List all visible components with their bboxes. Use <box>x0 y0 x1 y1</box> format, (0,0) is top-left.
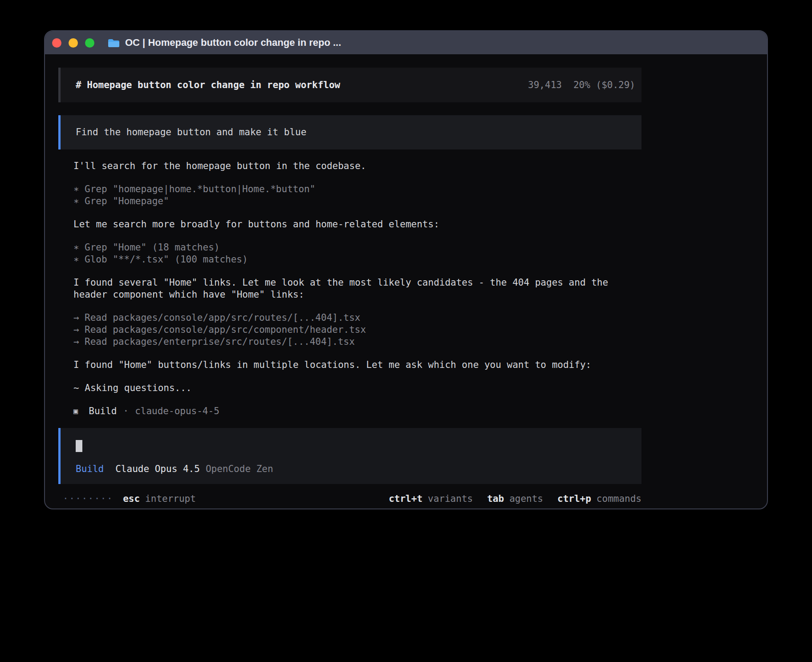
conversation-text-block: I found several "Home" links. Let me loo… <box>58 277 641 301</box>
user-message: Find the homepage button and make it blu… <box>58 115 641 149</box>
read-call-text: Read packages/enterprise/src/routes/[...… <box>85 336 355 347</box>
zoom-button[interactable] <box>85 38 94 48</box>
minimize-button[interactable] <box>69 38 78 48</box>
prompt-input[interactable]: Build Claude Opus 4.5 OpenCode Zen <box>58 428 641 484</box>
conversation-tool-block: ∗Grep "homepage|home.*button|Home.*butto… <box>58 183 641 207</box>
provider-name: OpenCode Zen <box>206 463 273 475</box>
terminal-content: # Homepage button color change in repo w… <box>58 54 641 505</box>
tool-call-line: ∗Grep "Homepage" <box>73 195 639 207</box>
conversation-status-block: ~ Asking questions... <box>58 382 641 394</box>
input-footer: Build Claude Opus 4.5 OpenCode Zen <box>76 463 635 475</box>
shortcut-ctrl-p: ctrl+pcommands <box>557 493 641 505</box>
text-cursor <box>76 440 82 452</box>
tool-prefix-icon: ∗ <box>73 183 85 195</box>
read-prefix-icon: → <box>73 324 85 336</box>
tool-call-text: Grep "homepage|home.*button|Home.*button… <box>85 184 315 194</box>
tool-call-line: ∗Glob "**/*.tsx" (100 matches) <box>73 254 639 266</box>
esc-shortcut: escinterrupt <box>123 493 196 505</box>
shortcut-ctrl-t: ctrl+tvariants <box>389 493 473 505</box>
tool-call-text: Grep "Homepage" <box>85 196 169 206</box>
session-header: # Homepage button color change in repo w… <box>58 68 641 102</box>
tool-call-text: Grep "Home" (18 matches) <box>85 242 219 253</box>
agent-icon: ▣ <box>73 405 78 417</box>
read-prefix-icon: → <box>73 312 85 324</box>
titlebar[interactable]: OC | Homepage button color change in rep… <box>45 31 767 54</box>
tool-prefix-icon: ∗ <box>73 254 85 266</box>
token-count: 39,413 <box>528 79 562 91</box>
tool-call-line: ∗Grep "Home" (18 matches) <box>73 242 639 254</box>
tool-call-line: ∗Grep "homepage|home.*button|Home.*butto… <box>73 183 639 195</box>
agent-mode-label[interactable]: Build <box>76 463 104 475</box>
agent-separator: · <box>123 405 129 417</box>
read-call-line: →Read packages/console/app/src/routes/[.… <box>73 312 639 324</box>
conversation: I'll search for the homepage button in t… <box>58 160 641 394</box>
agent-badge: ▣ Build · claude-opus-4-5 <box>58 405 641 417</box>
conversation-tool-block: ∗Grep "Home" (18 matches)∗Glob "**/*.tsx… <box>58 242 641 266</box>
read-call-text: Read packages/console/app/src/routes/[..… <box>85 312 361 323</box>
conversation-text-block: I'll search for the homepage button in t… <box>58 160 641 172</box>
esc-key: esc <box>123 493 140 504</box>
session-stats: 39,413 20% ($0.29) <box>528 79 635 91</box>
close-button[interactable] <box>52 38 61 48</box>
terminal-window: OC | Homepage button color change in rep… <box>44 30 768 509</box>
window-title: OC | Homepage button color change in rep… <box>125 37 341 48</box>
session-title: # Homepage button color change in repo w… <box>76 79 340 91</box>
status-bar: ········ escinterrupt ctrl+tvariantstaba… <box>58 493 641 505</box>
conversation-text-block: Let me search more broadly for buttons a… <box>58 218 641 230</box>
shortcut-tab: tabagents <box>487 493 543 505</box>
read-call-line: →Read packages/enterprise/src/routes/[..… <box>73 336 639 348</box>
read-call-line: →Read packages/console/app/src/component… <box>73 324 639 336</box>
read-prefix-icon: → <box>73 336 85 348</box>
agent-model: claude-opus-4-5 <box>135 405 219 417</box>
model-name[interactable]: Claude Opus 4.5 <box>115 463 200 475</box>
read-call-text: Read packages/console/app/src/component/… <box>85 324 366 335</box>
shortcuts: ctrl+tvariantstabagentsctrl+pcommands <box>389 493 641 505</box>
tool-prefix-icon: ∗ <box>73 195 85 207</box>
tool-prefix-icon: ∗ <box>73 242 85 254</box>
spinner-dots: ········ <box>63 493 113 505</box>
user-message-text: Find the homepage button and make it blu… <box>76 127 306 137</box>
esc-label: interrupt <box>145 493 196 504</box>
agent-name: Build <box>89 405 117 417</box>
tool-call-text: Glob "**/*.tsx" (100 matches) <box>85 254 248 265</box>
context-usage: 20% ($0.29) <box>573 79 635 91</box>
conversation-read-block: →Read packages/console/app/src/routes/[.… <box>58 312 641 348</box>
conversation-text-block: I found "Home" buttons/links in multiple… <box>58 359 641 371</box>
folder-icon <box>108 38 120 48</box>
